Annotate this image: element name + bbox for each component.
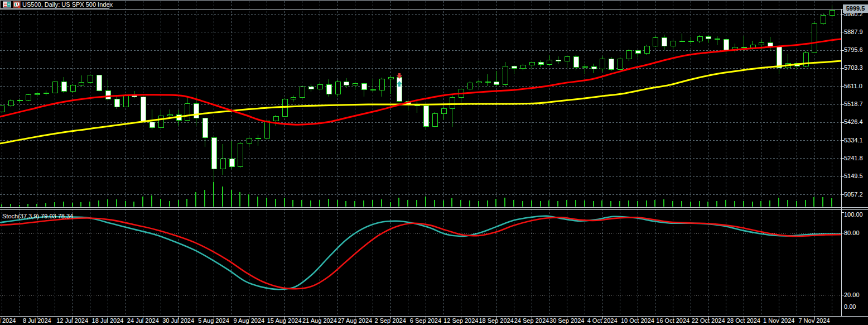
date-axis-label: 27 Aug 2024 [337, 317, 372, 324]
price-axis-label: 5241.8 [844, 155, 867, 162]
date-axis-label: 24 Sep 2024 [514, 317, 549, 324]
stoch-level-lines [0, 233, 841, 295]
price-axis-label: 5703.3 [844, 64, 867, 71]
date-axis-label: 2 Sep 2024 [374, 317, 406, 324]
gridlines [0, 1, 841, 316]
price-axis-label: 5611.0 [844, 83, 867, 90]
stoch-indicator-label: Stoch(37,3,9) 79.03 78.34 [2, 213, 73, 220]
candles-layer [0, 6, 835, 188]
pane-splitter[interactable] [0, 207, 868, 210]
price-axis-label: 5057.2 [844, 191, 867, 198]
date-axis-label: 24 Jul 2024 [127, 317, 159, 324]
stoch-scale-label: 80.00 [844, 230, 867, 237]
date-axis-label: 12 Jul 2024 [56, 317, 88, 324]
chart-title-bar: US500, Daily: US SPX 500 Index [0, 0, 109, 9]
date-axis-label: 4 Oct 2024 [587, 317, 618, 324]
chart-window-icon [13, 1, 21, 8]
chart-title: US500, Daily: US SPX 500 Index [22, 1, 113, 8]
stochastic-lines [0, 216, 841, 289]
price-axis-label: 5426.4 [844, 118, 867, 126]
date-axis-label: 7 Nov 2024 [798, 317, 830, 324]
date-axis-label: 8 Jul 2024 [23, 317, 51, 324]
current-price-badge: 5999.5 [843, 4, 868, 13]
date-axis-label: 28 Oct 2024 [727, 317, 760, 324]
date-axis-label: 1 Nov 2024 [763, 317, 794, 324]
date-axis-label: 18 Jul 2024 [92, 317, 124, 324]
date-axis-label: 15 Aug 2024 [267, 317, 302, 324]
price-axis-label: 5518.7 [844, 101, 867, 108]
price-axis-label: 5149.5 [844, 173, 867, 180]
date-axis-label: 2 Jul 2024 [0, 317, 16, 324]
date-axis-label: 9 Aug 2024 [233, 317, 264, 324]
stoch-scale-label: 20.00 [844, 291, 867, 299]
stoch-scale-label: 100.00 [844, 211, 867, 218]
chart-canvas[interactable] [0, 0, 868, 325]
date-axis-label: 22 Oct 2024 [692, 317, 725, 324]
date-axis-label: 10 Oct 2024 [621, 317, 654, 324]
date-axis-label: 30 Sep 2024 [549, 317, 584, 324]
quotes-list-icon [3, 1, 11, 8]
axis-borders [0, 1, 868, 320]
price-axis-label: 5334.1 [844, 137, 867, 144]
date-axis-label: 16 Oct 2024 [656, 317, 689, 324]
price-axis-label: 5887.9 [844, 28, 867, 36]
date-axis-label: 18 Sep 2024 [479, 317, 513, 324]
date-axis-label: 6 Sep 2024 [410, 317, 441, 324]
date-axis-label: 21 Aug 2024 [302, 317, 337, 324]
date-axis-label: 5 Aug 2024 [198, 317, 229, 324]
date-axis-label: 12 Sep 2024 [443, 317, 478, 324]
chart-window: US500, Daily: US SPX 500 Index 5999.5 St… [0, 0, 868, 325]
date-axis-label: 30 Jul 2024 [162, 317, 194, 324]
stoch-scale-label: 0.00 [844, 303, 867, 310]
moving-averages [0, 39, 841, 144]
price-axis-label: 5795.6 [844, 46, 867, 54]
